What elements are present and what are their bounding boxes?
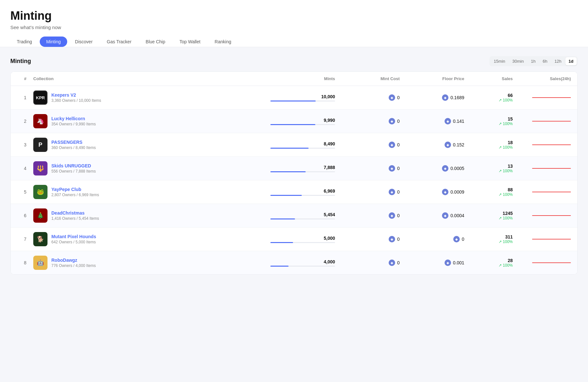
mint-bar-container-1 [270, 101, 335, 101]
table-row: 2 🦄 Lucky Hellicorn 354 Owners / 9,990 I… [11, 110, 577, 133]
collection-img-4: 🔱 [33, 161, 47, 175]
table-row: 4 🔱 Skids UNRUGGED 556 Owners / 7,888 It… [11, 157, 577, 180]
collection-name-4[interactable]: Skids UNRUGGED [51, 163, 96, 168]
cell-rank-3: 3 [17, 142, 33, 147]
nav-tab-gas-tracker[interactable]: Gas Tracker [100, 37, 138, 47]
collection-name-7[interactable]: Mutant Pixel Hounds [51, 234, 96, 239]
mint-bar-container-3 [270, 148, 335, 149]
eth-icon-cost-2: ◈ [389, 118, 395, 124]
page-subtitle: See what's minting now [10, 25, 578, 30]
mint-cost-value-5: 0 [397, 189, 400, 195]
table-row: 3 P PASSENGERS 360 Owners / 8,490 Items … [11, 133, 577, 157]
cell-sales-chart-2 [513, 121, 571, 122]
cell-collection-2: 🦄 Lucky Hellicorn 354 Owners / 9,990 Ite… [33, 114, 270, 128]
collection-info-6: DeadChristmas 1,416 Owners / 5,454 Items [51, 210, 99, 221]
collection-meta-7: 642 Owners / 5,000 Items [51, 240, 96, 244]
collection-info-4: Skids UNRUGGED 556 Owners / 7,888 Items [51, 163, 96, 174]
collection-img-6: 🎄 [33, 208, 47, 223]
chart-line-8 [532, 262, 571, 263]
sales-change-1: ↗ 100% [464, 98, 513, 102]
collection-img-1: KPR [33, 90, 47, 105]
cell-sales-chart-7 [513, 239, 571, 239]
mint-bar-4 [270, 171, 306, 172]
mint-bar-container-4 [270, 171, 335, 172]
cell-mints-5: 6,969 [270, 188, 335, 196]
eth-icon-floor-1: ◈ [442, 94, 448, 101]
nav-tab-top-wallet[interactable]: Top Wallet [173, 37, 207, 47]
collection-info-3: PASSENGERS 360 Owners / 8,490 Items [51, 140, 96, 150]
collection-meta-6: 1,416 Owners / 5,454 Items [51, 216, 99, 221]
mint-value-7: 5,000 [270, 236, 335, 241]
cell-mints-6: 5,454 [270, 212, 335, 219]
nav-tab-trading[interactable]: Trading [10, 37, 38, 47]
cell-collection-4: 🔱 Skids UNRUGGED 556 Owners / 7,888 Item… [33, 161, 270, 175]
cell-cost-6: ◈ 0 [335, 212, 400, 219]
nav-tab-minting[interactable]: Minting [40, 37, 67, 47]
cell-sales-chart-3 [513, 144, 571, 145]
collection-name-6[interactable]: DeadChristmas [51, 210, 99, 216]
collection-name-2[interactable]: Lucky Hellicorn [51, 116, 96, 121]
cell-cost-7: ◈ 0 [335, 236, 400, 242]
cell-rank-8: 8 [17, 260, 33, 265]
mint-value-2: 9,990 [270, 118, 335, 123]
cell-floor-8: ◈ 0.001 [400, 260, 464, 266]
eth-icon-cost-8: ◈ [389, 260, 395, 266]
cell-sales-chart-1 [513, 97, 571, 98]
time-filter-6h[interactable]: 6h [540, 57, 551, 65]
time-filter-15min[interactable]: 15min [490, 57, 508, 65]
mint-cost-value-1: 0 [397, 95, 400, 100]
sales-change-5: ↗ 100% [464, 192, 513, 197]
mint-cost-value-3: 0 [397, 142, 400, 147]
cell-floor-6: ◈ 0.0004 [400, 212, 464, 219]
collection-meta-3: 360 Owners / 8,490 Items [51, 145, 96, 150]
time-filter-30min[interactable]: 30min [509, 57, 527, 65]
col-floor-price: Floor Price [400, 76, 464, 81]
collection-img-2: 🦄 [33, 114, 47, 128]
mint-bar-5 [270, 195, 302, 196]
cell-rank-6: 6 [17, 213, 33, 218]
collection-meta-1: 3,360 Owners / 10,000 Items [51, 98, 101, 103]
time-filter-1d[interactable]: 1d [565, 57, 577, 65]
collection-info-2: Lucky Hellicorn 354 Owners / 9,990 Items [51, 116, 96, 126]
nav-tab-ranking[interactable]: Ranking [208, 37, 237, 47]
mint-bar-container-8 [270, 266, 335, 267]
eth-icon-cost-6: ◈ [389, 212, 395, 219]
collection-img-5: 🐸 [33, 185, 47, 199]
mint-value-4: 7,888 [270, 165, 335, 170]
eth-icon-cost-1: ◈ [389, 94, 395, 101]
sales-count-3: 18 [464, 140, 513, 145]
collection-meta-2: 354 Owners / 9,990 Items [51, 122, 96, 126]
table-container: # Collection Mints Mint Cost Floor Price… [10, 71, 578, 275]
cell-mints-4: 7,888 [270, 165, 335, 172]
mint-value-3: 8,490 [270, 141, 335, 146]
mint-cost-value-6: 0 [397, 213, 400, 218]
collection-info-8: RoboDawgz 776 Owners / 4,000 Items [51, 258, 96, 268]
mint-cost-value-8: 0 [397, 260, 400, 265]
eth-icon-floor-4: ◈ [442, 165, 448, 172]
collection-img-8: 🤖 [33, 256, 47, 270]
page-container: Minting See what's minting now TradingMi… [0, 0, 588, 382]
nav-tab-discover[interactable]: Discover [68, 37, 99, 47]
cell-floor-2: ◈ 0.141 [400, 118, 464, 124]
cell-collection-1: KPR Keepers V2 3,360 Owners / 10,000 Ite… [33, 90, 270, 105]
mint-bar-container-6 [270, 218, 335, 219]
floor-price-value-8: 0.001 [453, 260, 464, 265]
table-row: 7 🐕 Mutant Pixel Hounds 642 Owners / 5,0… [11, 228, 577, 251]
cell-floor-4: ◈ 0.0005 [400, 165, 464, 172]
time-filter-1h[interactable]: 1h [528, 57, 539, 65]
collection-name-5[interactable]: YayPepe Club [51, 187, 99, 192]
time-filters: 15min30min1h6h12h1d [489, 56, 578, 66]
collection-name-3[interactable]: PASSENGERS [51, 140, 96, 145]
time-filter-12h[interactable]: 12h [551, 57, 565, 65]
collection-name-1[interactable]: Keepers V2 [51, 92, 101, 98]
cell-floor-5: ◈ 0.0009 [400, 189, 464, 195]
cell-mints-7: 5,000 [270, 236, 335, 243]
floor-price-value-2: 0.141 [453, 119, 464, 124]
cell-sales-4: 13 ↗ 100% [464, 164, 513, 173]
nav-tab-blue-chip[interactable]: Blue Chip [139, 37, 172, 47]
mint-cost-value-4: 0 [397, 166, 400, 171]
cell-cost-3: ◈ 0 [335, 142, 400, 148]
collection-name-8[interactable]: RoboDawgz [51, 258, 96, 263]
cell-rank-7: 7 [17, 237, 33, 242]
mint-cost-value-2: 0 [397, 119, 400, 124]
